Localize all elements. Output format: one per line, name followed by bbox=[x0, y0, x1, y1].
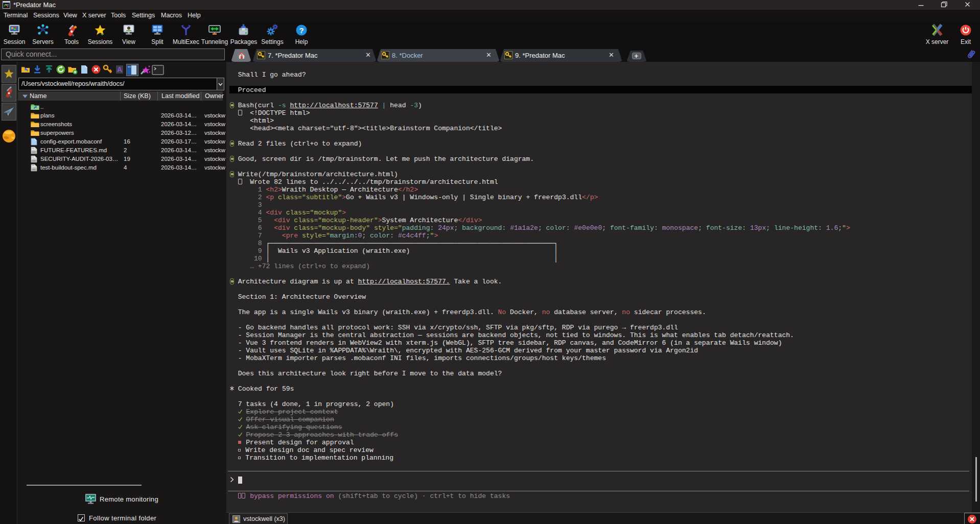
svg-text:A: A bbox=[117, 65, 122, 74]
svg-text:?: ? bbox=[299, 26, 304, 35]
